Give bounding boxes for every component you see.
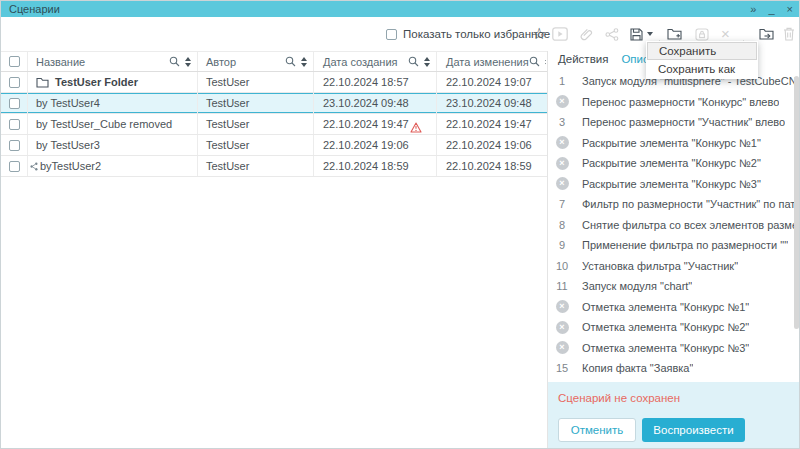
- action-text: Перенос размерности "Участник" влево: [582, 116, 785, 128]
- scenario-author: TestUser: [198, 156, 314, 176]
- minimize-icon[interactable]: _: [768, 1, 774, 17]
- sort-icon[interactable]: [185, 57, 191, 67]
- scenario-modified: 23.10.2024 09:48: [437, 93, 546, 113]
- scenarios-window: Сценарии » _ × Показать только избранное…: [0, 0, 800, 449]
- row-checkbox[interactable]: [9, 119, 20, 130]
- scenario-author: TestUser: [198, 135, 314, 155]
- table-row[interactable]: byTestUser2 TestUser 22.10.2024 18:59 22…: [1, 156, 547, 177]
- favorite-star-icon[interactable]: ☆: [532, 17, 546, 51]
- cancel-button[interactable]: Отменить: [558, 418, 636, 442]
- action-text: Снятие фильтра со всех элементов размерн…: [582, 219, 795, 231]
- action-item[interactable]: × Отметка элемента "Конкурс №1": [549, 297, 795, 318]
- scenarios-table: Название Автор Дата создания: [1, 51, 547, 177]
- scenario-created: 23.10.2024 09:48: [323, 93, 409, 113]
- header-modified[interactable]: Дата изменения: [437, 52, 546, 71]
- favorites-label: Показать только избранное: [403, 28, 550, 40]
- row-checkbox[interactable]: [9, 77, 20, 88]
- trash-icon[interactable]: [783, 17, 795, 51]
- actions-list: 1 × Запуск модуля "multisphere" - TestCu…: [549, 71, 795, 382]
- action-text: Отметка элемента "Конкурс №3": [582, 342, 749, 354]
- row-checkbox[interactable]: [9, 98, 20, 109]
- action-item[interactable]: 3 × Перенос размерности "Участник" влево: [549, 112, 795, 133]
- action-number: 9: [559, 239, 565, 251]
- action-text: Отметка элемента "Конкурс №2": [582, 321, 749, 333]
- action-item[interactable]: 7 × Фильтр по размерности "Участник" по …: [549, 194, 795, 215]
- scenario-created: 22.10.2024 18:59: [323, 156, 409, 176]
- move-to-folder-icon[interactable]: [759, 17, 774, 51]
- header-name[interactable]: Название: [28, 52, 198, 71]
- search-icon[interactable]: [285, 56, 296, 67]
- select-all-checkbox[interactable]: [9, 56, 20, 67]
- action-item[interactable]: 10 × Установка фильтра "Участник": [549, 256, 795, 277]
- action-text: Отметка элемента "Конкурс №1": [582, 301, 749, 313]
- action-item[interactable]: 11 × Запуск модуля "chart": [549, 276, 795, 297]
- play-button[interactable]: Воспроизвести: [642, 418, 745, 442]
- action-number: 3: [559, 116, 565, 128]
- table-row[interactable]: TestUser Folder TestUser 22.10.2024 18:5…: [1, 72, 547, 93]
- search-icon[interactable]: [529, 56, 540, 67]
- scenario-name: by TestUser4: [36, 93, 100, 113]
- play-icon[interactable]: [552, 17, 568, 51]
- sort-icon[interactable]: [545, 57, 546, 67]
- action-item[interactable]: × Отметка элемента "Конкурс №2": [549, 317, 795, 338]
- action-number: 10: [556, 260, 568, 272]
- scenario-created: 22.10.2024 19:06: [323, 135, 409, 155]
- action-item[interactable]: 9 × Применение фильтра по размерности "": [549, 235, 795, 256]
- action-item[interactable]: × Раскрытие элемента "Конкурс №3": [549, 174, 795, 195]
- remove-action-icon[interactable]: ×: [556, 95, 569, 108]
- action-item[interactable]: × Перенос размерности "Конкурс" влево: [549, 92, 795, 113]
- remove-action-icon[interactable]: ×: [556, 321, 569, 334]
- remove-action-icon[interactable]: ×: [556, 177, 569, 190]
- action-item[interactable]: × Отметка элемента "Конкурс №3": [549, 338, 795, 359]
- table-header: Название Автор Дата создания: [1, 51, 547, 72]
- more-icon[interactable]: »: [750, 1, 756, 17]
- table-row[interactable]: by TestUser_Cube removed TestUser 22.10.…: [1, 114, 547, 135]
- scenario-modified: 22.10.2024 18:59: [437, 156, 546, 176]
- select-all-cell[interactable]: [1, 52, 28, 71]
- scenario-author: TestUser: [198, 114, 314, 134]
- action-text: Раскрытие элемента "Конкурс №3": [582, 178, 761, 190]
- tab-actions[interactable]: Действия: [558, 53, 608, 65]
- table-row[interactable]: by TestUser3 TestUser 22.10.2024 19:06 2…: [1, 135, 547, 156]
- scenario-modified: 22.10.2024 19:07: [437, 72, 546, 92]
- attach-icon[interactable]: [580, 17, 593, 51]
- search-icon[interactable]: [169, 56, 180, 67]
- menu-item-save[interactable]: Сохранить: [647, 42, 757, 60]
- menu-item-save-as[interactable]: Сохранить как: [647, 60, 757, 78]
- scenario-created: 22.10.2024 19:47: [323, 114, 409, 134]
- favorites-checkbox[interactable]: [386, 29, 397, 40]
- folder-icon: [36, 77, 49, 88]
- row-checkbox[interactable]: [9, 140, 20, 151]
- action-number: 8: [559, 219, 565, 231]
- table-row[interactable]: by TestUser4 TestUser 23.10.2024 09:48 2…: [1, 93, 547, 114]
- header-author[interactable]: Автор: [198, 52, 314, 71]
- action-number: 11: [556, 280, 567, 292]
- sort-icon[interactable]: [301, 57, 307, 67]
- action-number: 7: [559, 198, 565, 210]
- remove-action-icon[interactable]: ×: [556, 136, 569, 149]
- scrollbar-thumb[interactable]: [794, 76, 799, 329]
- action-item[interactable]: × Раскрытие элемента "Конкурс №2": [549, 153, 795, 174]
- warning-icon: [410, 119, 422, 134]
- shared-icon: [30, 162, 38, 171]
- scenario-name: by TestUser_Cube removed: [36, 114, 172, 134]
- header-created[interactable]: Дата создания: [314, 52, 437, 71]
- remove-action-icon[interactable]: ×: [556, 341, 569, 354]
- remove-action-icon[interactable]: ×: [556, 300, 569, 313]
- remove-action-icon[interactable]: ×: [556, 157, 569, 170]
- favorites-filter[interactable]: Показать только избранное: [386, 17, 550, 51]
- actions-panel: Действия Описание 1 × Запуск модуля "mul…: [547, 51, 800, 449]
- search-icon[interactable]: [408, 56, 419, 67]
- sort-icon[interactable]: [424, 57, 430, 67]
- action-item[interactable]: 8 × Снятие фильтра со всех элементов раз…: [549, 215, 795, 236]
- close-icon[interactable]: ×: [787, 1, 793, 17]
- save-icon[interactable]: [630, 17, 643, 51]
- share-icon[interactable]: [605, 17, 619, 51]
- action-item[interactable]: × Раскрытие элемента "Конкурс №1": [549, 133, 795, 154]
- scenario-created: 22.10.2024 18:57: [323, 72, 409, 92]
- action-item[interactable]: 15 × Копия факта "Заявка": [549, 358, 795, 379]
- row-checkbox[interactable]: [9, 161, 20, 172]
- scenario-modified: 22.10.2024 19:06: [437, 135, 546, 155]
- scenario-author: TestUser: [198, 93, 314, 113]
- action-number: 1: [559, 75, 565, 87]
